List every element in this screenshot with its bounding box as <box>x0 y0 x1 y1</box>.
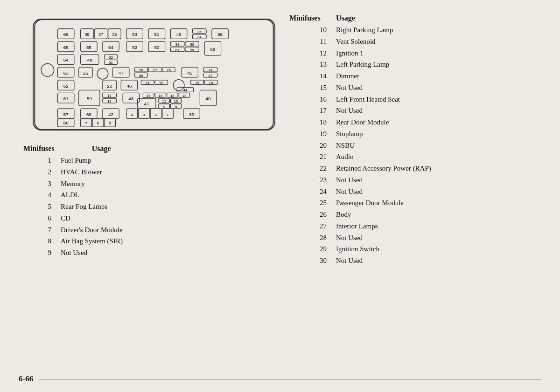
left-row-usage: Driver's Door Module <box>61 224 289 236</box>
right-row-usage: Passenger Door Module <box>336 197 551 209</box>
page-number: 6-66 <box>19 374 33 384</box>
svg-text:62: 62 <box>63 83 69 89</box>
left-row-usage: Memory <box>61 178 289 190</box>
left-row-usage: ALDL <box>61 189 289 201</box>
left-table-row: 5Rear Fog Lamps <box>23 201 289 213</box>
svg-text:7: 7 <box>85 121 87 125</box>
right-table-row: 21Audio <box>289 151 551 163</box>
fuse-diagram-svg: 66 38 37 36 53 51 49 35 <box>34 20 274 130</box>
left-row-usage: CD <box>61 213 289 224</box>
right-row-num: 13 <box>289 59 336 70</box>
left-table-row: 9Not Used <box>23 247 289 259</box>
svg-text:20: 20 <box>159 81 163 85</box>
right-table-row: 16Left Front Heated Seat <box>289 94 551 105</box>
svg-text:3: 3 <box>143 113 145 117</box>
right-table-header: Minifuses Usage <box>289 14 551 22</box>
right-row-num: 23 <box>289 174 336 186</box>
left-table-rows: 1Fuel Pump2HVAC Blower3Memory4ALDL5Rear … <box>23 155 289 259</box>
svg-text:45: 45 <box>187 70 192 76</box>
left-row-num: 8 <box>23 235 61 247</box>
right-row-num: 24 <box>289 186 336 198</box>
svg-text:10: 10 <box>174 99 178 103</box>
right-row-usage: Not Used <box>336 174 551 186</box>
left-row-usage: Fuel Pump <box>61 155 289 166</box>
right-row-num: 10 <box>289 24 336 36</box>
svg-text:15: 15 <box>158 94 162 98</box>
right-table-row: 24Not Used <box>289 186 551 198</box>
svg-text:60: 60 <box>63 120 69 125</box>
svg-text:41: 41 <box>144 101 149 106</box>
right-table-row: 15Not Used <box>289 82 551 94</box>
left-table: Minifuses Usage 1Fuel Pump2HVAC Blower3M… <box>23 144 289 259</box>
right-row-num: 12 <box>289 48 336 59</box>
svg-text:24: 24 <box>209 68 213 72</box>
right-row-usage: Retained Accessory Power (RAP) <box>336 163 551 174</box>
right-row-usage: Not Used <box>336 255 551 267</box>
left-row-num: 5 <box>23 201 61 213</box>
right-row-num: 19 <box>289 128 336 140</box>
svg-text:27: 27 <box>153 68 157 72</box>
left-row-num: 3 <box>23 178 61 190</box>
svg-text:42: 42 <box>108 112 113 117</box>
right-row-num: 16 <box>289 94 336 105</box>
svg-text:49: 49 <box>176 32 182 37</box>
right-row-usage: Rear Door Module <box>336 117 551 128</box>
left-header-usage: Usage <box>92 144 111 153</box>
svg-text:65: 65 <box>63 45 69 50</box>
right-row-usage: Ignition 1 <box>336 48 551 59</box>
svg-text:14: 14 <box>170 94 175 98</box>
left-row-num: 1 <box>23 155 61 166</box>
svg-text:63: 63 <box>63 70 69 76</box>
right-row-num: 17 <box>289 105 336 117</box>
svg-text:22: 22 <box>107 83 112 89</box>
fuse-diagram: 66 38 37 36 53 51 49 35 <box>33 19 275 131</box>
right-table-row: 10Right Parking Lamp <box>289 24 551 36</box>
right-row-num: 18 <box>289 117 336 128</box>
right-table-row: 13Left Parking Lamp <box>289 59 551 70</box>
right-row-usage: Not Used <box>336 232 551 244</box>
right-row-usage: NSBU <box>336 140 551 151</box>
left-row-usage: Not Used <box>61 247 289 259</box>
right-row-usage: Not Used <box>336 105 551 117</box>
svg-text:51: 51 <box>154 32 159 37</box>
right-row-num: 30 <box>289 255 336 267</box>
svg-text:13: 13 <box>182 94 187 98</box>
svg-text:34: 34 <box>197 35 202 39</box>
right-row-num: 25 <box>289 197 336 209</box>
right-row-num: 14 <box>289 70 336 82</box>
svg-text:25: 25 <box>83 70 88 76</box>
right-row-usage: Dimmer <box>336 70 551 82</box>
right-table-rows: 10Right Parking Lamp11Vent Solenoid12Ign… <box>289 24 551 267</box>
svg-text:35: 35 <box>197 30 202 34</box>
right-table-row: 30Not Used <box>289 255 551 267</box>
left-row-usage: HVAC Blower <box>61 166 289 178</box>
left-row-num: 2 <box>23 166 61 178</box>
svg-text:57: 57 <box>63 112 69 117</box>
svg-text:47: 47 <box>119 70 124 76</box>
svg-text:29: 29 <box>190 48 194 52</box>
right-row-num: 26 <box>289 209 336 220</box>
svg-text:68: 68 <box>139 74 143 78</box>
svg-text:5: 5 <box>109 121 111 125</box>
right-row-usage: Ignition Switch <box>336 243 551 255</box>
svg-text:28: 28 <box>139 68 143 72</box>
svg-text:33: 33 <box>175 42 180 47</box>
left-row-num: 9 <box>23 247 61 259</box>
svg-text:59: 59 <box>87 96 92 101</box>
svg-text:44: 44 <box>183 88 187 92</box>
right-row-usage: Interior Lamps <box>336 220 551 232</box>
svg-text:40: 40 <box>206 96 211 101</box>
svg-text:18: 18 <box>209 81 213 85</box>
svg-text:19: 19 <box>195 81 199 85</box>
left-table-row: 1Fuel Pump <box>23 155 289 166</box>
left-row-usage: Air Bag System (SIR) <box>61 235 289 247</box>
right-table-row: 23Not Used <box>289 174 551 186</box>
right-table-row: 29Ignition Switch <box>289 243 551 255</box>
right-row-usage: Left Front Heated Seat <box>336 94 551 105</box>
svg-text:32: 32 <box>109 55 113 60</box>
svg-text:30: 30 <box>190 42 194 47</box>
svg-text:1: 1 <box>167 113 168 117</box>
left-row-num: 4 <box>23 189 61 201</box>
svg-text:21: 21 <box>146 81 150 85</box>
right-table-row: 17Not Used <box>289 105 551 117</box>
